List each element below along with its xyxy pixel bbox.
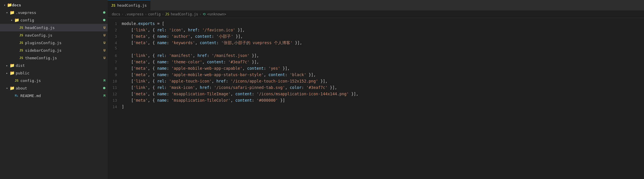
bc-part-vuepress: .vuepress (125, 12, 144, 16)
bc-unknown: <unknown> (207, 12, 226, 16)
folder-icon: 📁 (9, 10, 15, 15)
code-line: 9 ['meta', { name: 'apple-mobile-web-app… (108, 71, 644, 78)
sidebar-item-headconfig[interactable]: ▸ JS headConfig.js U (0, 24, 108, 31)
chevron-down-icon: ▾ (2, 3, 7, 7)
editor-tabs: JS headConfig.js (108, 0, 644, 10)
sidebar-item-vuepress[interactable]: ▾ 📁 .vuepress (0, 9, 108, 16)
bc-sep: › (121, 12, 123, 16)
breadcrumb: docs › .vuepress › config › JS headConfi… (108, 10, 644, 18)
sidebar-item-readme[interactable]: ▸ M↓ README.md M (0, 92, 108, 99)
sidebar-item-label: config (20, 18, 101, 22)
sidebar-item-label: pluginsConfig.js (25, 41, 102, 45)
line-number: 10 (110, 79, 122, 83)
bc-active-file: headConfig.js (171, 12, 198, 16)
line-number: 5 (110, 46, 122, 50)
line-number: 14 (110, 105, 122, 109)
sidebar-item-configjs[interactable]: ▸ JS config.js M (0, 77, 108, 84)
line-content: ['meta', { name: 'apple-mobile-web-app-c… (122, 65, 642, 71)
line-number: 13 (110, 98, 122, 103)
js-tab-icon: JS (111, 3, 115, 8)
sidebar-item-label: .vuepress (16, 10, 101, 15)
status-dot (103, 87, 105, 89)
sidebar-item-about[interactable]: ▾ 📁 about (0, 84, 108, 92)
status-badge: M (103, 79, 105, 83)
js-icon: JS (19, 49, 24, 52)
bc-link-icon: ⟲ (203, 12, 206, 16)
sidebar-root-label: docs (12, 3, 21, 7)
line-content: ['meta', { name: 'apple-mobile-web-app-s… (122, 71, 642, 78)
js-icon: JS (19, 41, 24, 45)
sidebar-item-dist[interactable]: ▸ 📁 dist (0, 62, 108, 69)
line-content: ['link', { rel: 'mask-icon', href: '/ico… (122, 84, 642, 91)
sidebar-item-label: public (16, 71, 105, 75)
line-number: 12 (110, 92, 122, 96)
sidebar-item-label: sidebarConfig.js (25, 48, 102, 53)
code-line: 13 ['meta', { name: 'msapplication-TileC… (108, 97, 644, 103)
chevron-down-icon: ▾ (5, 11, 9, 14)
status-badge: U (103, 56, 105, 60)
sidebar-item-pluginsconfig[interactable]: ▸ JS pluginsConfig.js U (0, 39, 108, 46)
line-number: 6 (110, 53, 122, 58)
code-line: 12 ['meta', { name: 'msapplication-TileI… (108, 91, 644, 97)
js-icon: JS (19, 26, 24, 30)
code-line: 8 ['meta', { name: 'apple-mobile-web-app… (108, 65, 644, 71)
line-content: module.exports = [ (122, 20, 642, 27)
line-content: ['link', { rel: 'icon', href: '/favicon.… (122, 27, 642, 33)
status-badge: U (103, 33, 105, 37)
code-line: 1module.exports = [ (108, 20, 644, 27)
sidebar-item-public[interactable]: ▸ 📁 public (0, 69, 108, 77)
line-content: ['meta', { name: 'theme-color', content:… (122, 59, 642, 65)
status-badge: U (103, 26, 105, 30)
sidebar-item-sidebarconfig[interactable]: ▸ JS sidebarConfig.js U (0, 46, 108, 54)
sidebar-item-config[interactable]: ▾ 📁 config (0, 16, 108, 24)
status-badge: M (103, 94, 105, 98)
status-badge: U (103, 41, 105, 45)
bc-part-docs: docs (112, 12, 120, 16)
bc-sep: › (145, 12, 147, 16)
folder-icon: 📁 (9, 63, 15, 68)
sidebar: ▾ 📁 docs ▾ 📁 .vuepress ▾ 📁 config ▸ JS h… (0, 0, 108, 179)
sidebar-item-label: about (16, 86, 101, 90)
folder-icon: 📁 (14, 18, 19, 22)
code-container[interactable]: 1module.exports = [2 ['link', { rel: 'ic… (108, 18, 644, 179)
line-number: 8 (110, 66, 122, 71)
sidebar-root-icon: 📁 (7, 3, 12, 7)
code-line: 3 ['meta', { name: 'author', content: '小… (108, 33, 644, 40)
line-content: ] (122, 103, 642, 110)
code-line: 10 ['link', { rel: 'apple-touch-icon', h… (108, 78, 644, 84)
sidebar-item-label: themeConfig.js (25, 56, 102, 60)
code-line: 11 ['link', { rel: 'mask-icon', href: '/… (108, 84, 644, 91)
line-content: ['link', { rel: 'apple-touch-icon', href… (122, 78, 642, 84)
chevron-down-icon: ▾ (9, 19, 14, 22)
status-dot (103, 19, 105, 21)
editor: JS headConfig.js docs › .vuepress › conf… (108, 0, 644, 179)
line-number: 4 (110, 41, 122, 45)
line-content: ['meta', { name: 'msapplication-TileImag… (122, 91, 642, 97)
sidebar-item-label: headConfig.js (25, 26, 102, 30)
status-dot (103, 11, 105, 14)
js-icon: JS (19, 56, 24, 60)
code-line: 6 ['link', { rel: 'manifest', href: '/ma… (108, 52, 644, 59)
bc-sep: › (162, 12, 164, 16)
sidebar-item-label: dist (16, 63, 105, 68)
bc-part-config: config (148, 12, 160, 16)
line-content: ['meta', { name: 'keywords', content: '张… (122, 40, 642, 46)
sidebar-item-themeconfig[interactable]: ▸ JS themeConfig.js U (0, 54, 108, 62)
code-lines: 1module.exports = [2 ['link', { rel: 'ic… (108, 20, 644, 110)
js-icon: JS (19, 33, 24, 37)
sidebar-item-label: config.js (20, 78, 102, 83)
line-number: 3 (110, 34, 122, 39)
bc-js-label: JS (165, 12, 169, 16)
line-number: 11 (110, 85, 122, 90)
code-line: 4 ['meta', { name: 'keywords', content: … (108, 40, 644, 46)
sidebar-item-label: README.md (20, 94, 102, 98)
code-line: 14] (108, 103, 644, 110)
line-number: 1 (110, 22, 122, 26)
sidebar-item-navconfig[interactable]: ▸ JS navConfig.js U (0, 31, 108, 39)
line-content: ['link', { rel: 'manifest', href: '/mani… (122, 52, 642, 59)
tab-headconfig[interactable]: JS headConfig.js (108, 0, 151, 10)
line-number: 9 (110, 73, 122, 77)
chevron-down-icon: ▾ (5, 87, 9, 90)
line-number: 2 (110, 28, 122, 32)
chevron-right-icon: ▸ (5, 64, 9, 67)
